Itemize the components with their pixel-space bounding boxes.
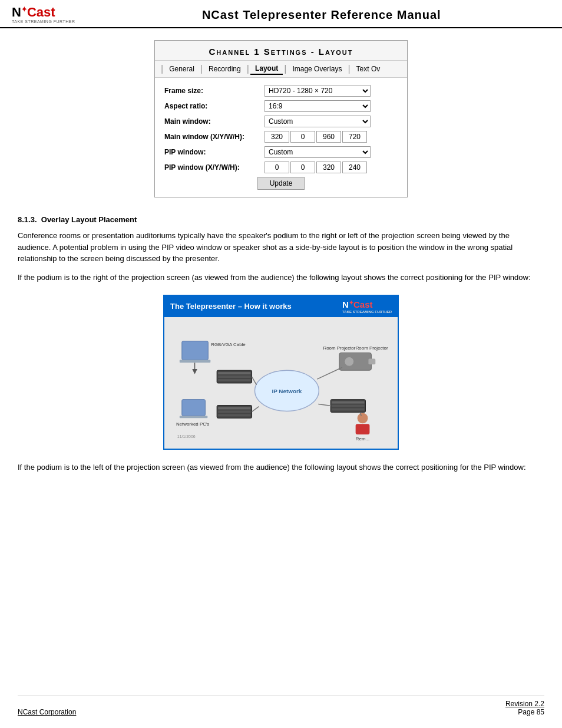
svg-rect-6 [218,379,250,381]
tab-separator-0: | [161,64,163,74]
svg-rect-10 [368,358,375,364]
update-button[interactable]: Update [257,177,305,190]
main-window-label: Main window: [164,117,265,126]
svg-rect-5 [218,375,250,378]
footer-company: NCast Corporation [18,708,76,716]
main-window-coords-label: Main window (X/Y/W/H): [164,133,265,141]
tab-separator-4: | [348,64,350,74]
frame-size-label: Frame size: [164,87,265,95]
logo-tagline: TAKE STREAMING FURTHER [12,19,75,24]
main-content: Channel 1 Settings - Layout | General | … [0,28,562,492]
settings-body: Frame size: HD720 - 1280 × 720 Aspect ra… [155,78,407,197]
page-title: NCast Telepresenter Reference Manual [93,8,550,22]
main-window-h[interactable] [342,131,367,143]
main-window-x[interactable] [265,131,289,143]
svg-rect-22 [332,404,364,407]
svg-rect-1 [180,360,210,363]
remote-label: Rem... [356,436,369,441]
logo-cast: Cast [27,5,55,19]
svg-point-25 [358,413,368,423]
tab-general[interactable]: General [164,64,199,74]
telepresenter-header-text: The Telepresenter – How it works [170,302,292,311]
logo-text: N✦Cast [12,6,55,19]
pip-window-select[interactable]: Custom [265,146,371,158]
date-label: 11/1/2006 [177,434,196,439]
pip-window-h[interactable] [342,162,367,173]
svg-rect-23 [332,408,364,410]
pip-window-y[interactable] [290,162,315,173]
tp-logo-star: ✦ [349,299,353,306]
frame-size-control: HD720 - 1280 × 720 [265,85,398,97]
section-paragraph-2: If the podium is to the right of the pro… [18,272,544,284]
pip-window-w[interactable] [316,162,341,173]
telepresenter-header: The Telepresenter – How it works N✦Cast … [164,296,398,317]
rgb-cable-label: RGB/VGA Cable [211,341,246,347]
pip-window-x[interactable] [265,162,289,173]
pip-window-coords-control [265,162,398,173]
main-window-control: Custom [265,116,398,127]
footer-revision: Revision 2.2 [505,700,544,708]
svg-rect-4 [218,372,250,374]
footer-page: Page 85 [505,708,544,716]
room-projector-label: Room Projector [323,345,355,350]
svg-rect-0 [182,341,209,360]
section-heading: 8.1.3. Overlay Layout Placement [18,215,544,224]
main-window-row: Main window: Custom [164,116,398,127]
pip-window-label: PIP window: [164,148,265,156]
settings-title: Channel 1 Settings - Layout [155,41,407,61]
svg-rect-14 [180,416,207,418]
svg-rect-16 [218,407,250,409]
svg-rect-13 [182,399,206,416]
svg-line-12 [317,367,342,379]
pip-window-row: PIP window: Custom [164,146,398,158]
logo-star: ✦ [21,5,27,14]
svg-line-19 [252,406,259,411]
aspect-ratio-label: Aspect ratio: [164,102,265,110]
main-window-y[interactable] [290,131,315,143]
frame-size-select[interactable]: HD720 - 1280 × 720 [265,85,371,97]
tab-text-overlays[interactable]: Text Ov [352,64,385,74]
main-window-w[interactable] [316,131,341,143]
svg-rect-17 [218,410,250,413]
tp-logo-cast: Cast [353,300,373,310]
tab-separator-2: | [247,64,249,74]
main-window-coords-control [265,131,398,143]
svg-rect-21 [332,401,364,403]
frame-size-row: Frame size: HD720 - 1280 × 720 [164,85,398,97]
svg-rect-26 [356,424,370,434]
aspect-ratio-select[interactable]: 16:9 [265,100,371,112]
ip-network-label: IP Network [272,387,302,394]
section-paragraph-3: If the podium is to the left of the proj… [18,462,544,473]
aspect-ratio-control: 16:9 [265,100,398,112]
aspect-ratio-row: Aspect ratio: 16:9 [164,100,398,112]
settings-panel: Channel 1 Settings - Layout | General | … [154,40,408,197]
tp-logo: N✦Cast TAKE STREAMING FURTHER [342,299,392,313]
tab-image-overlays[interactable]: Image Overlays [287,64,346,74]
tab-separator-3: | [284,64,286,74]
svg-line-24 [318,404,331,406]
tab-layout[interactable]: Layout [250,63,283,75]
tp-logo-tagline: TAKE STREAMING FURTHER [342,310,392,314]
tab-recording[interactable]: Recording [204,64,246,74]
tab-separator-1: | [200,64,203,74]
update-row: Update [164,177,398,190]
telepresenter-image-box: The Telepresenter – How it works N✦Cast … [163,295,399,449]
svg-rect-18 [218,414,250,416]
section-paragraph-1: Conference rooms or presentation auditor… [18,230,544,265]
logo: N✦Cast TAKE STREAMING FURTHER [12,6,75,24]
svg-point-11 [345,357,354,366]
main-window-coords-row: Main window (X/Y/W/H): [164,131,398,143]
pip-window-control: Custom [265,146,398,158]
svg-rect-9 [339,353,371,370]
pip-window-coords-row: PIP window (X/Y/W/H): [164,162,398,173]
tp-logo-n: N [342,300,349,310]
svg-line-8 [252,377,257,385]
page-header: N✦Cast TAKE STREAMING FURTHER NCast Tele… [0,0,562,28]
networked-pcs-label: Networked PC's [176,421,209,427]
logo-n: N [12,5,21,19]
settings-tabs: | General | Recording | Layout | Image O… [155,61,407,78]
footer-right: Revision 2.2 Page 85 [505,700,544,716]
main-window-select[interactable]: Custom [265,116,371,127]
network-diagram: RGB/VGA Cable IP Network [170,323,392,441]
telepresenter-body: RGB/VGA Cable IP Network [164,317,398,449]
